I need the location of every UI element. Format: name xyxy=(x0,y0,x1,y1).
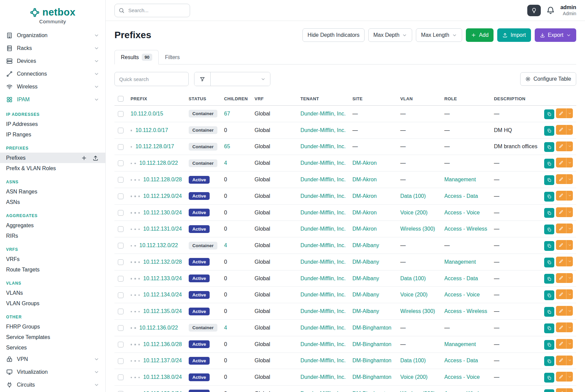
vlan-link[interactable]: Voice (200) xyxy=(400,292,428,297)
sidebar-item-asns[interactable]: ASNs xyxy=(0,197,105,207)
row-checkbox[interactable] xyxy=(118,358,124,364)
children-link[interactable]: 67 xyxy=(224,111,230,116)
tenant-link[interactable]: Dunder-Mifflin, Inc. xyxy=(300,127,346,133)
edit-dropdown-button[interactable] xyxy=(566,372,573,382)
column-header-children[interactable]: CHILDREN xyxy=(221,92,251,106)
sidebar-item-organization[interactable]: Organization xyxy=(0,29,105,42)
copy-button[interactable] xyxy=(544,109,554,119)
edit-button[interactable] xyxy=(556,339,566,349)
prefix-link[interactable]: 10.112.135.0/24 xyxy=(143,308,182,314)
site-link[interactable]: DM-Akron xyxy=(352,193,377,199)
tenant-link[interactable]: Dunder-Mifflin, Inc. xyxy=(300,226,346,232)
prefix-link[interactable]: 10.112.128.0/22 xyxy=(139,160,178,166)
row-checkbox[interactable] xyxy=(118,210,124,216)
vlan-link[interactable]: Data (100) xyxy=(400,193,426,199)
sidebar-item-ip-ranges[interactable]: IP Ranges xyxy=(0,129,105,140)
role-link[interactable]: Management xyxy=(444,177,476,182)
vlan-link[interactable]: Wireless (300) xyxy=(400,308,435,314)
row-checkbox[interactable] xyxy=(118,177,124,183)
max-depth-dropdown[interactable]: Max Depth xyxy=(368,28,412,42)
role-link[interactable]: Access - Data xyxy=(444,276,478,281)
edit-dropdown-button[interactable] xyxy=(566,125,573,135)
prefix-link[interactable]: 10.112.137.0/24 xyxy=(143,358,182,363)
sidebar-item-vpn[interactable]: VPN xyxy=(0,353,105,366)
tenant-link[interactable]: Dunder-Mifflin, Inc. xyxy=(300,358,346,363)
tenant-link[interactable]: Dunder-Mifflin, Inc. xyxy=(300,276,346,281)
tenant-link[interactable]: Dunder-Mifflin, Inc. xyxy=(300,292,346,297)
edit-button[interactable] xyxy=(556,372,566,382)
site-link[interactable]: DM-Akron xyxy=(352,160,377,166)
row-checkbox[interactable] xyxy=(118,243,124,249)
site-link[interactable]: DM-Binghamton xyxy=(352,325,392,331)
user-menu[interactable]: admin Admin xyxy=(560,4,576,17)
prefix-link[interactable]: 10.112.136.0/28 xyxy=(143,341,182,347)
sidebar-item-circuits[interactable]: Circuits xyxy=(0,378,105,391)
role-link[interactable]: Access - Data xyxy=(444,193,478,199)
prefix-link[interactable]: 10.112.134.0/24 xyxy=(143,292,182,297)
prefix-link[interactable]: 10.112.131.0/24 xyxy=(143,226,182,232)
copy-button[interactable] xyxy=(544,389,554,392)
prefix-link[interactable]: 10.112.128.0/17 xyxy=(135,143,174,149)
edit-dropdown-button[interactable] xyxy=(566,191,573,201)
column-header-tenant[interactable]: TENANT xyxy=(297,92,349,106)
copy-button[interactable] xyxy=(544,307,554,317)
edit-button[interactable] xyxy=(556,174,566,184)
edit-button[interactable] xyxy=(556,289,566,299)
children-link[interactable]: 4 xyxy=(224,325,227,331)
site-link[interactable]: DM-Akron xyxy=(352,210,377,215)
copy-button[interactable] xyxy=(544,258,554,267)
site-link[interactable]: DM-Albany xyxy=(352,276,379,281)
column-header-site[interactable]: SITE xyxy=(349,92,397,106)
copy-button[interactable] xyxy=(544,159,554,168)
filter-button[interactable] xyxy=(194,72,211,86)
tab-results[interactable]: Results 90 xyxy=(114,50,159,64)
prefix-link[interactable]: 10.112.129.0/24 xyxy=(143,193,182,199)
sidebar-item-wireless[interactable]: Wireless xyxy=(0,80,105,93)
copy-button[interactable] xyxy=(544,373,554,383)
column-header-vrf[interactable]: VRF xyxy=(251,92,297,106)
children-link[interactable]: 4 xyxy=(224,160,227,166)
sidebar-item-devices[interactable]: Devices xyxy=(0,55,105,68)
edit-dropdown-button[interactable] xyxy=(566,356,573,365)
role-link[interactable]: Access - Data xyxy=(444,358,478,363)
tenant-link[interactable]: Dunder-Mifflin, Inc. xyxy=(300,242,346,248)
edit-button[interactable] xyxy=(556,322,566,332)
edit-dropdown-button[interactable] xyxy=(566,257,573,266)
sidebar-item-vrfs[interactable]: VRFs xyxy=(0,254,105,264)
configure-table-button[interactable]: Configure Table xyxy=(520,72,576,86)
row-checkbox[interactable] xyxy=(118,128,124,133)
prefix-link[interactable]: 10.112.128.0/28 xyxy=(143,177,182,182)
edit-button[interactable] xyxy=(556,108,566,118)
edit-button[interactable] xyxy=(556,141,566,151)
role-link[interactable]: Management xyxy=(444,259,476,265)
site-link[interactable]: DM-Binghamton xyxy=(352,358,392,363)
theme-toggle-button[interactable] xyxy=(527,5,541,16)
max-length-dropdown[interactable]: Max Length xyxy=(416,28,462,42)
edit-button[interactable] xyxy=(556,240,566,250)
row-checkbox[interactable] xyxy=(118,342,124,347)
edit-button[interactable] xyxy=(556,224,566,233)
copy-button[interactable] xyxy=(544,225,554,234)
copy-button[interactable] xyxy=(544,323,554,333)
tenant-link[interactable]: Dunder-Mifflin, Inc. xyxy=(300,210,346,215)
prefix-link[interactable]: 10.112.138.0/24 xyxy=(143,374,182,380)
sidebar-item-fhrp-groups[interactable]: FHRP Groups xyxy=(0,321,105,332)
row-checkbox[interactable] xyxy=(118,292,124,298)
copy-button[interactable] xyxy=(544,290,554,300)
export-button[interactable]: Export xyxy=(535,28,576,42)
edit-dropdown-button[interactable] xyxy=(566,273,573,283)
edit-dropdown-button[interactable] xyxy=(566,306,573,316)
tenant-link[interactable]: Dunder-Mifflin, Inc. xyxy=(300,374,346,380)
prefix-link[interactable]: 10.112.139.0/24 xyxy=(143,391,182,392)
row-checkbox[interactable] xyxy=(118,276,124,282)
tenant-link[interactable]: Dunder-Mifflin, Inc. xyxy=(300,308,346,314)
vlan-link[interactable]: Data (100) xyxy=(400,358,426,363)
sidebar-item-services[interactable]: Services xyxy=(0,342,105,353)
edit-button[interactable] xyxy=(556,273,566,283)
sidebar-item-ipam[interactable]: IPAM xyxy=(0,93,105,106)
site-link[interactable]: DM-Albany xyxy=(352,242,379,248)
import-prefixes-button[interactable] xyxy=(92,154,99,162)
hide-depth-indicators-button[interactable]: Hide Depth Indicators xyxy=(302,28,365,42)
prefix-link[interactable]: 10.112.130.0/24 xyxy=(143,210,182,215)
sidebar-item-prefix-vlan-roles[interactable]: Prefix & VLAN Roles xyxy=(0,163,105,174)
